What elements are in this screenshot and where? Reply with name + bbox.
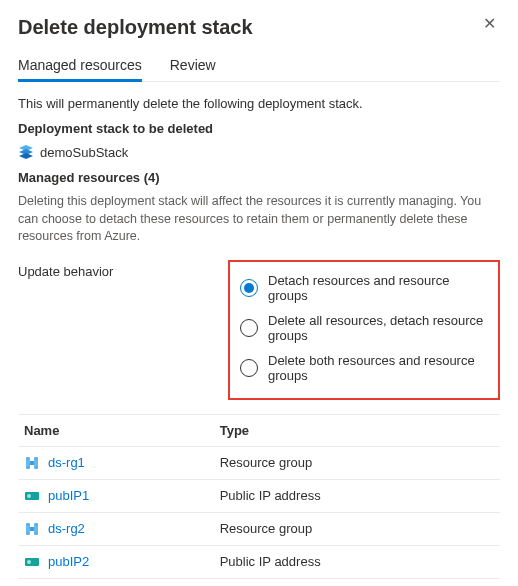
stack-name: demoSubStack <box>40 145 128 160</box>
tab-review[interactable]: Review <box>170 57 216 82</box>
public-ip-icon <box>24 488 40 504</box>
radio-delete-resources[interactable]: Delete all resources, detach resource gr… <box>240 308 488 348</box>
radio-icon-selected <box>240 279 258 297</box>
table-row[interactable]: ds-rg2 Resource group <box>18 512 500 545</box>
managed-desc: Deleting this deployment stack will affe… <box>18 193 500 246</box>
resources-table: Name Type ds-rg1 Resource group pubIP1 P… <box>18 414 500 579</box>
radio-icon <box>240 319 258 337</box>
radio-label: Detach resources and resource groups <box>268 273 488 303</box>
tabs: Managed resources Review <box>18 57 500 82</box>
resource-name[interactable]: pubIP2 <box>48 554 89 569</box>
update-behavior-row: Update behavior Detach resources and res… <box>18 260 500 400</box>
delete-stack-panel: Delete deployment stack ✕ Managed resour… <box>0 0 518 586</box>
resource-group-icon <box>24 521 40 537</box>
radio-label: Delete both resources and resource group… <box>268 353 488 383</box>
stack-row: demoSubStack <box>18 144 500 160</box>
radio-label: Delete all resources, detach resource gr… <box>268 313 488 343</box>
svg-rect-3 <box>30 461 34 465</box>
public-ip-icon <box>24 554 40 570</box>
update-behavior-label: Update behavior <box>18 260 218 279</box>
update-behavior-options: Detach resources and resource groups Del… <box>228 260 500 400</box>
table-row[interactable]: pubIP1 Public IP address <box>18 479 500 512</box>
radio-icon <box>240 359 258 377</box>
stack-heading: Deployment stack to be deleted <box>18 121 500 136</box>
radio-detach-all[interactable]: Detach resources and resource groups <box>240 268 488 308</box>
svg-marker-2 <box>19 153 33 159</box>
col-name[interactable]: Name <box>18 414 214 446</box>
radio-delete-both[interactable]: Delete both resources and resource group… <box>240 348 488 388</box>
resource-type: Resource group <box>214 512 500 545</box>
panel-title: Delete deployment stack <box>18 16 253 39</box>
resource-type: Public IP address <box>214 545 500 578</box>
resource-group-icon <box>24 455 40 471</box>
panel-header: Delete deployment stack ✕ <box>18 14 500 39</box>
resource-name[interactable]: ds-rg2 <box>48 521 85 536</box>
svg-point-5 <box>27 494 31 498</box>
resource-type: Resource group <box>214 446 500 479</box>
resource-type: Public IP address <box>214 479 500 512</box>
col-type[interactable]: Type <box>214 414 500 446</box>
resource-name[interactable]: pubIP1 <box>48 488 89 503</box>
table-row[interactable]: pubIP2 Public IP address <box>18 545 500 578</box>
managed-heading: Managed resources (4) <box>18 170 500 185</box>
intro-text: This will permanently delete the followi… <box>18 96 500 111</box>
resource-name[interactable]: ds-rg1 <box>48 455 85 470</box>
close-icon[interactable]: ✕ <box>479 14 500 34</box>
deployment-stack-icon <box>18 144 34 160</box>
svg-rect-6 <box>30 527 34 531</box>
table-row[interactable]: ds-rg1 Resource group <box>18 446 500 479</box>
svg-point-8 <box>27 560 31 564</box>
tab-managed-resources[interactable]: Managed resources <box>18 57 142 82</box>
